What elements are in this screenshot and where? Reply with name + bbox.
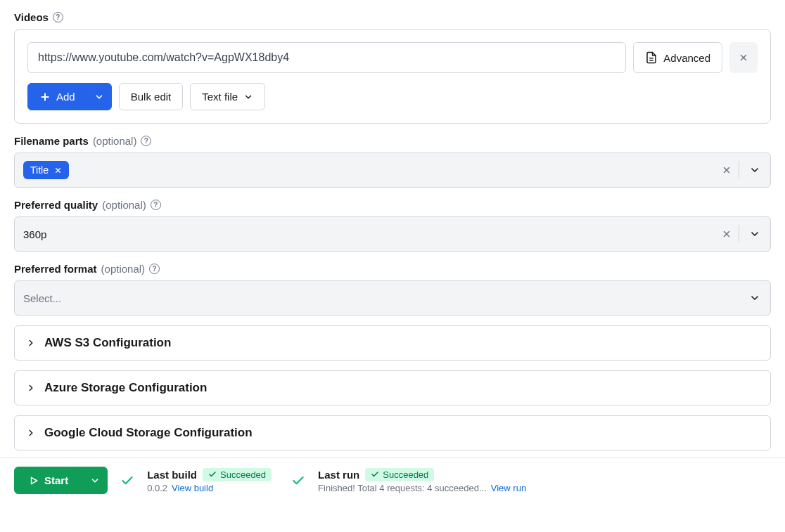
- help-icon[interactable]: ?: [149, 264, 160, 274]
- start-button-label: Start: [44, 474, 68, 486]
- chevron-right-icon: [26, 383, 36, 393]
- start-button[interactable]: Start: [14, 467, 83, 494]
- preferred-format-label-text: Preferred format: [14, 263, 97, 275]
- videos-label-text: Videos: [14, 11, 49, 23]
- accordion-title: AWS S3 Configuration: [44, 336, 171, 350]
- add-button[interactable]: Add: [27, 83, 87, 110]
- preferred-format-select[interactable]: Select...: [14, 280, 771, 316]
- last-run-block: Last run Succeeded Finished! Total 4 req…: [318, 468, 526, 493]
- add-button-label: Add: [56, 91, 75, 103]
- chevron-down-icon: [90, 476, 100, 486]
- accordion-gcs[interactable]: Google Cloud Storage Configuration: [14, 415, 771, 450]
- start-dropdown-button[interactable]: [82, 467, 108, 494]
- video-url-input[interactable]: [27, 42, 626, 73]
- text-file-label: Text file: [202, 91, 238, 103]
- run-status-badge: Succeeded: [365, 468, 434, 481]
- filename-parts-label: Filename parts (optional) ?: [14, 135, 771, 147]
- chevron-right-icon: [26, 428, 36, 438]
- footer-bar: Start Last build Succeeded 0.0.2 View bu…: [0, 458, 785, 501]
- optional-text: (optional): [102, 199, 146, 211]
- chevron-down-icon: [243, 92, 253, 102]
- advanced-button-label: Advanced: [663, 52, 710, 64]
- videos-label: Videos ?: [14, 11, 771, 23]
- chip-remove-icon[interactable]: [54, 167, 62, 174]
- document-icon: [645, 51, 658, 64]
- plus-icon: [39, 91, 51, 103]
- build-version: 0.0.2: [147, 483, 167, 493]
- check-icon: [371, 470, 379, 479]
- chevron-down-icon[interactable]: [739, 217, 770, 251]
- chevron-down-icon[interactable]: [739, 281, 770, 315]
- last-run-label: Last run: [318, 469, 359, 481]
- chip-label: Title: [30, 164, 49, 176]
- check-icon: [208, 470, 217, 479]
- start-button-group: Start: [14, 467, 108, 494]
- accordion-title: Azure Storage Configuration: [44, 381, 207, 395]
- preferred-quality-label-text: Preferred quality: [14, 199, 98, 211]
- run-status-text: Succeeded: [383, 469, 428, 480]
- add-dropdown-button[interactable]: [87, 83, 112, 110]
- play-icon: [29, 476, 39, 486]
- close-icon: [739, 53, 748, 63]
- accordion-aws[interactable]: AWS S3 Configuration: [14, 325, 771, 361]
- bulk-edit-label: Bulk edit: [131, 91, 172, 103]
- preferred-quality-label: Preferred quality (optional) ?: [14, 199, 771, 211]
- preferred-quality-value: 360p: [23, 228, 46, 240]
- help-icon[interactable]: ?: [151, 200, 161, 210]
- check-icon: [291, 474, 305, 488]
- optional-text: (optional): [101, 263, 146, 275]
- accordion-azure[interactable]: Azure Storage Configuration: [14, 370, 771, 406]
- check-icon: [120, 474, 134, 488]
- build-status-badge: Succeeded: [203, 468, 272, 481]
- filename-chip: Title: [23, 161, 69, 179]
- preferred-quality-select[interactable]: 360p: [14, 216, 771, 252]
- last-build-label: Last build: [147, 469, 197, 481]
- chevron-down-icon[interactable]: [739, 153, 770, 187]
- text-file-button[interactable]: Text file: [190, 83, 265, 110]
- clear-icon[interactable]: [715, 229, 739, 239]
- add-button-group: Add: [27, 83, 112, 110]
- view-build-link[interactable]: View build: [172, 483, 213, 493]
- help-icon[interactable]: ?: [53, 12, 63, 22]
- optional-text: (optional): [93, 135, 137, 147]
- videos-card: Advanced Add: [14, 29, 771, 124]
- filename-parts-select[interactable]: Title: [14, 153, 771, 188]
- last-build-block: Last build Succeeded 0.0.2 View build: [147, 468, 272, 493]
- remove-url-button: [729, 42, 758, 73]
- filename-parts-label-text: Filename parts: [14, 135, 89, 147]
- svg-marker-12: [32, 477, 37, 484]
- preferred-format-placeholder: Select...: [23, 292, 61, 304]
- chevron-down-icon: [94, 92, 104, 102]
- clear-icon[interactable]: [715, 165, 739, 175]
- bulk-edit-button[interactable]: Bulk edit: [119, 83, 184, 110]
- accordion-title: Google Cloud Storage Configuration: [44, 426, 253, 440]
- chevron-right-icon: [26, 338, 36, 348]
- run-message: Finished! Total 4 requests: 4 succeeded.…: [318, 483, 487, 493]
- advanced-button[interactable]: Advanced: [633, 42, 722, 73]
- build-status-text: Succeeded: [220, 469, 266, 480]
- help-icon[interactable]: ?: [141, 136, 151, 146]
- preferred-format-label: Preferred format (optional) ?: [14, 263, 771, 275]
- view-run-link[interactable]: View run: [491, 483, 526, 493]
